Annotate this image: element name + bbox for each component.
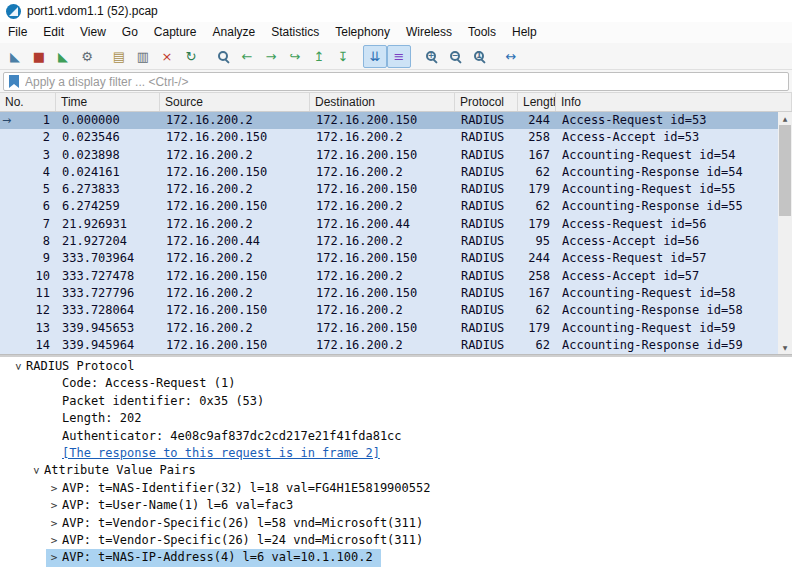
- cell-destination: 172.16.200.2: [310, 302, 455, 319]
- expander-closed-icon[interactable]: >: [46, 480, 62, 497]
- detail-line[interactable]: >RADIUS Protocol: [0, 358, 792, 375]
- packet-row[interactable]: 14339.945964172.16.200.150172.16.200.2RA…: [0, 337, 778, 354]
- open-file-icon-glyph: ▤: [113, 50, 125, 63]
- display-filter-field[interactable]: [3, 72, 789, 91]
- expander-closed-icon[interactable]: >: [46, 532, 62, 549]
- scrollbar-track[interactable]: [778, 125, 792, 341]
- menu-tools[interactable]: Tools: [460, 22, 504, 43]
- menu-capture[interactable]: Capture: [146, 22, 205, 43]
- detail-line-content: >AVP: t=User-Name(1) l=6 val=fac3: [46, 497, 301, 514]
- packet-row[interactable]: 20.023546172.16.200.150172.16.200.2RADIU…: [0, 129, 778, 146]
- menu-wireless[interactable]: Wireless: [398, 22, 460, 43]
- detail-text: AVP: t=Vendor-Specific(26) l=24 vnd=Micr…: [62, 533, 423, 547]
- packet-row[interactable]: 721.926931172.16.200.2172.16.200.44RADIU…: [0, 216, 778, 233]
- column-header-time[interactable]: Time: [56, 93, 160, 111]
- packet-row[interactable]: 821.927204172.16.200.44172.16.200.2RADIU…: [0, 233, 778, 250]
- detail-line-content: Length: 202: [46, 410, 149, 427]
- colorize-icon[interactable]: ≡: [387, 45, 411, 68]
- menu-edit[interactable]: Edit: [35, 22, 72, 43]
- detail-line[interactable]: >AVP: t=NAS-Identifier(32) l=18 val=FG4H…: [0, 480, 792, 497]
- menu-telephony[interactable]: Telephony: [327, 22, 398, 43]
- packet-row[interactable]: 1→0.000000172.16.200.2172.16.200.150RADI…: [0, 112, 778, 129]
- column-header-info[interactable]: Info: [556, 93, 792, 111]
- column-header-protocol[interactable]: Protocol: [455, 93, 518, 111]
- go-first-packet-icon[interactable]: ↥: [307, 45, 331, 68]
- menu-statistics[interactable]: Statistics: [263, 22, 327, 43]
- menu-help[interactable]: Help: [504, 22, 545, 43]
- packet-row[interactable]: 40.024161172.16.200.150172.16.200.2RADIU…: [0, 164, 778, 181]
- cell-length: 258: [518, 129, 556, 146]
- detail-line[interactable]: >AVP: t=NAS-IP-Address(4) l=6 val=10.1.1…: [0, 549, 792, 566]
- column-header-source[interactable]: Source: [160, 93, 310, 111]
- zoom-in-icon[interactable]: +: [419, 45, 443, 68]
- open-file-icon[interactable]: ▤: [107, 45, 131, 68]
- detail-line[interactable]: [The response to this request is in fram…: [0, 445, 792, 462]
- cell-info: Access-Accept id=56: [556, 233, 778, 250]
- auto-scroll-icon[interactable]: ⇊: [363, 45, 387, 68]
- packet-row[interactable]: 9333.703964172.16.200.2172.16.200.150RAD…: [0, 250, 778, 267]
- expander-closed-icon[interactable]: >: [46, 515, 62, 532]
- zoom-out-icon[interactable]: −: [443, 45, 467, 68]
- menu-analyze[interactable]: Analyze: [205, 22, 264, 43]
- menu-view[interactable]: View: [72, 22, 114, 43]
- reload-file-icon[interactable]: ↻: [179, 45, 203, 68]
- go-forward-icon[interactable]: →: [259, 45, 283, 68]
- expander-open-icon[interactable]: >: [27, 463, 44, 479]
- scrollbar-up-arrow-icon[interactable]: ▲: [778, 112, 792, 125]
- go-to-packet-icon[interactable]: ↪: [283, 45, 307, 68]
- detail-line[interactable]: >AVP: t=Vendor-Specific(26) l=58 vnd=Mic…: [0, 515, 792, 532]
- detail-line[interactable]: >AVP: t=User-Name(1) l=6 val=fac3: [0, 497, 792, 514]
- save-file-icon[interactable]: ▥: [131, 45, 155, 68]
- detail-text: Code: Access-Request (1): [62, 376, 235, 390]
- cell-info: Access-Accept id=57: [556, 268, 778, 285]
- column-header-destination[interactable]: Destination: [310, 93, 455, 111]
- close-file-icon[interactable]: ×: [155, 45, 179, 68]
- packet-detail-pane: >RADIUS ProtocolCode: Access-Request (1)…: [0, 357, 792, 567]
- main-toolbar: ◣■◣⚙▤▥×↻←→↪↥↧⇊≡+−1↔: [0, 43, 792, 70]
- display-filter-input[interactable]: [25, 75, 783, 89]
- go-back-icon[interactable]: ←: [235, 45, 259, 68]
- expander-closed-icon[interactable]: >: [46, 549, 62, 566]
- cell-protocol: RADIUS: [455, 112, 518, 129]
- detail-line[interactable]: Packet identifier: 0x35 (53): [0, 393, 792, 410]
- column-header-length[interactable]: Length: [518, 93, 556, 111]
- go-last-packet-icon[interactable]: ↧: [331, 45, 355, 68]
- packet-row[interactable]: 66.274259172.16.200.150172.16.200.2RADIU…: [0, 198, 778, 215]
- cell-no: 10: [0, 268, 56, 285]
- cell-no: 4: [0, 164, 56, 181]
- detail-line[interactable]: Code: Access-Request (1): [0, 375, 792, 392]
- cell-no: 6: [0, 198, 56, 215]
- cell-destination: 172.16.200.2: [310, 129, 455, 146]
- packet-row[interactable]: 56.273833172.16.200.2172.16.200.150RADIU…: [0, 181, 778, 198]
- cell-no: 2: [0, 129, 56, 146]
- packet-row[interactable]: 10333.727478172.16.200.150172.16.200.2RA…: [0, 268, 778, 285]
- filter-bookmark-icon[interactable]: [9, 75, 19, 88]
- packet-row[interactable]: 13339.945653172.16.200.2172.16.200.150RA…: [0, 320, 778, 337]
- scrollbar-thumb[interactable]: [779, 125, 791, 216]
- restart-capture-icon[interactable]: ◣: [51, 45, 75, 68]
- start-capture-icon[interactable]: ◣: [3, 45, 27, 68]
- expander-closed-icon[interactable]: >: [46, 497, 62, 514]
- scrollbar-down-arrow-icon[interactable]: ▼: [778, 341, 792, 354]
- capture-options-icon[interactable]: ⚙: [75, 45, 99, 68]
- packet-list-scrollbar[interactable]: ▲ ▼: [778, 112, 792, 354]
- detail-line-content: >Attribute Value Pairs: [28, 462, 204, 479]
- stop-capture-icon[interactable]: ■: [27, 45, 51, 68]
- packet-list-body: 1→0.000000172.16.200.2172.16.200.150RADI…: [0, 112, 778, 354]
- detail-line[interactable]: Authenticator: 4e08c9af837dc2cd217e21f41…: [0, 428, 792, 445]
- zoom-original-icon[interactable]: 1: [467, 45, 491, 68]
- detail-line[interactable]: >AVP: t=Vendor-Specific(26) l=24 vnd=Mic…: [0, 532, 792, 549]
- expander-open-icon[interactable]: >: [9, 359, 26, 375]
- menu-file[interactable]: File: [0, 22, 35, 43]
- find-packet-icon[interactable]: [211, 45, 235, 68]
- cell-no: 1→: [0, 112, 56, 129]
- packet-row[interactable]: 12333.728064172.16.200.150172.16.200.2RA…: [0, 302, 778, 319]
- menu-go[interactable]: Go: [114, 22, 146, 43]
- detail-line[interactable]: >Attribute Value Pairs: [0, 462, 792, 479]
- packet-row[interactable]: 30.023898172.16.200.2172.16.200.150RADIU…: [0, 147, 778, 164]
- detail-line[interactable]: Length: 202: [0, 410, 792, 427]
- resize-columns-icon[interactable]: ↔: [499, 45, 523, 68]
- packet-row[interactable]: 11333.727796172.16.200.2172.16.200.150RA…: [0, 285, 778, 302]
- response-frame-link[interactable]: [The response to this request is in fram…: [62, 446, 380, 460]
- column-header-no[interactable]: No.: [0, 93, 56, 111]
